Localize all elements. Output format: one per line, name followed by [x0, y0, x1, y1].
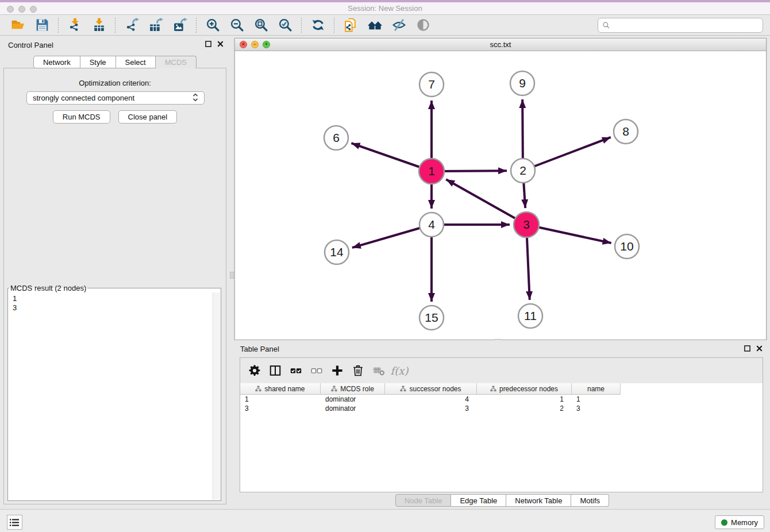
- zoom-selected-icon[interactable]: [275, 17, 295, 33]
- mcds-result-title: MCDS result (2 nodes): [9, 284, 87, 292]
- home-icon[interactable]: [365, 17, 384, 33]
- save-session-icon[interactable]: [32, 17, 52, 33]
- column-header-successor-nodes[interactable]: successor nodes: [385, 383, 477, 395]
- tab-network-table[interactable]: Network Table: [506, 494, 571, 507]
- svg-text:14: 14: [330, 245, 344, 259]
- node-14[interactable]: 14: [325, 240, 349, 264]
- node-3[interactable]: 3: [514, 212, 539, 237]
- tab-style[interactable]: Style: [80, 56, 116, 68]
- table-cell[interactable]: dominator: [321, 404, 385, 413]
- node-11[interactable]: 11: [518, 304, 542, 328]
- tab-edge-table[interactable]: Edge Table: [451, 494, 506, 507]
- tab-network[interactable]: Network: [33, 56, 80, 68]
- svg-text:11: 11: [524, 309, 537, 322]
- hide-detail-icon[interactable]: [389, 17, 409, 33]
- svg-text:6: 6: [333, 131, 340, 144]
- tab-mcds[interactable]: MCDS: [156, 56, 197, 68]
- tab-node-table[interactable]: Node Table: [395, 494, 452, 507]
- refresh-layout-icon[interactable]: [308, 17, 328, 33]
- column-header-name[interactable]: name: [572, 383, 621, 395]
- delete-row-icon[interactable]: [349, 362, 367, 379]
- table-panel-title: Table Panel: [240, 345, 279, 353]
- export-table-icon[interactable]: [146, 17, 165, 33]
- zoom-fit-icon[interactable]: [251, 17, 271, 33]
- search-icon: [602, 21, 610, 29]
- toolbar-separator: [196, 18, 197, 33]
- optimization-criterion-label: Optimization criterion:: [4, 79, 226, 87]
- control-panel: Control Panel NetworkStyleSelectMCDS Opt…: [0, 36, 230, 509]
- edge-2-8[interactable]: [523, 137, 611, 171]
- table-cell[interactable]: 1: [240, 395, 321, 404]
- table-cell[interactable]: 3: [385, 404, 477, 413]
- close-panel-button[interactable]: Close panel: [118, 110, 178, 124]
- tree-icon: [490, 385, 496, 392]
- criterion-select[interactable]: strongly connected component: [26, 91, 205, 105]
- export-network-icon[interactable]: [122, 17, 141, 33]
- birds-eye-icon[interactable]: [413, 17, 433, 33]
- task-history-button[interactable]: [7, 515, 22, 530]
- toolbar-separator: [115, 18, 116, 33]
- table-cell[interactable]: 1: [572, 395, 621, 404]
- node-9[interactable]: 9: [510, 71, 534, 95]
- table-row[interactable]: 1dominator411: [240, 395, 763, 404]
- node-15[interactable]: 15: [419, 306, 444, 330]
- node-10[interactable]: 10: [615, 234, 639, 259]
- deselect-all-icon[interactable]: [308, 362, 325, 379]
- settings-icon[interactable]: [246, 362, 263, 379]
- node-1[interactable]: 1: [419, 159, 444, 184]
- column-header-predecessor-nodes[interactable]: predecessor nodes: [477, 383, 572, 395]
- clone-network-icon[interactable]: [341, 17, 360, 33]
- search-box[interactable]: [598, 18, 763, 33]
- float-panel-icon[interactable]: [205, 40, 212, 48]
- close-table-panel-icon[interactable]: [756, 345, 763, 352]
- node-7[interactable]: 7: [419, 72, 444, 97]
- memory-button[interactable]: Memory: [715, 515, 764, 529]
- export-image-icon[interactable]: [170, 17, 190, 33]
- tab-motifs[interactable]: Motifs: [571, 494, 609, 507]
- table-cell[interactable]: 1: [477, 395, 572, 404]
- open-session-icon[interactable]: [8, 17, 28, 33]
- float-table-panel-icon[interactable]: [744, 345, 751, 352]
- node-6[interactable]: 6: [324, 126, 348, 150]
- table-cell[interactable]: 3: [240, 404, 321, 413]
- table-cell[interactable]: dominator: [321, 395, 385, 404]
- table-cell[interactable]: 2: [477, 404, 572, 413]
- result-scrollbar[interactable]: [213, 292, 220, 500]
- node-8[interactable]: 8: [614, 119, 638, 144]
- tree-icon: [331, 385, 337, 392]
- svg-text:1: 1: [428, 164, 435, 178]
- columns-icon[interactable]: [267, 362, 284, 379]
- column-header-shared-name[interactable]: shared name: [240, 383, 321, 395]
- table-cell[interactable]: 4: [385, 395, 477, 404]
- svg-text:4: 4: [428, 218, 435, 231]
- import-table-icon[interactable]: [89, 17, 109, 33]
- add-row-icon[interactable]: [329, 362, 346, 379]
- delete-table-icon: [370, 362, 387, 379]
- toolbar-separator: [58, 18, 59, 33]
- network-canvas[interactable]: 7968124314101511: [235, 51, 766, 340]
- splitter-handle[interactable]: [230, 272, 234, 279]
- edge-3-1[interactable]: [446, 179, 526, 225]
- table-row[interactable]: 3dominator323: [240, 404, 763, 413]
- column-header-MCDS-role[interactable]: MCDS role: [321, 383, 385, 395]
- svg-text:8: 8: [622, 125, 629, 138]
- node-2[interactable]: 2: [511, 159, 535, 183]
- network-window-titlebar[interactable]: × − + scc.txt: [235, 38, 766, 51]
- import-network-icon[interactable]: [65, 17, 84, 33]
- table-cell[interactable]: 3: [572, 404, 621, 413]
- zoom-out-icon[interactable]: [227, 17, 247, 33]
- toolbar-separator: [301, 18, 302, 33]
- window-titlebar: Session: New Session: [0, 0, 770, 15]
- tab-select[interactable]: Select: [116, 56, 156, 68]
- close-panel-icon[interactable]: [217, 40, 224, 48]
- node-4[interactable]: 4: [419, 213, 444, 237]
- list-icon: [10, 518, 20, 527]
- mcds-result-list: 1 3: [9, 292, 213, 500]
- run-mcds-button[interactable]: Run MCDS: [53, 110, 110, 124]
- zoom-in-icon[interactable]: [203, 17, 222, 33]
- vertical-splitter[interactable]: [230, 36, 234, 509]
- select-all-icon[interactable]: [287, 362, 305, 379]
- search-input[interactable]: [613, 20, 763, 31]
- memory-status-icon: [721, 519, 727, 526]
- select-stepper-icon: [192, 93, 198, 103]
